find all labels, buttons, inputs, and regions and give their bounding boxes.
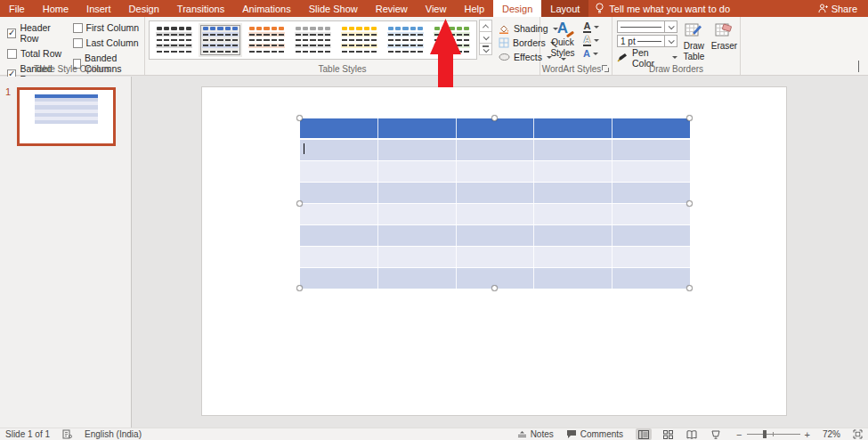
table-cell[interactable] xyxy=(457,183,535,203)
pen-style-dropdown-button[interactable] xyxy=(665,20,677,33)
table-cell[interactable] xyxy=(457,140,535,160)
checkbox-last-column[interactable]: Last Column xyxy=(73,37,144,48)
table-row[interactable] xyxy=(300,225,690,247)
table-cell[interactable] xyxy=(534,225,612,246)
zoom-out-button[interactable]: − xyxy=(736,429,742,440)
tab-animations[interactable]: Animations xyxy=(233,0,299,17)
table-cell[interactable] xyxy=(612,183,690,203)
comments-button[interactable]: Comments xyxy=(566,429,623,439)
draw-table-button[interactable]: Draw Table xyxy=(680,20,708,64)
table-cell[interactable] xyxy=(612,204,690,224)
table-resize-handle-top-right[interactable] xyxy=(686,115,693,121)
table-resize-handle-bottom-left[interactable] xyxy=(296,285,303,291)
table-cell[interactable] xyxy=(534,161,612,182)
table-cell[interactable] xyxy=(378,247,457,267)
text-effects-button[interactable]: A xyxy=(583,48,599,60)
table-cell[interactable] xyxy=(378,268,457,289)
slide-canvas[interactable] xyxy=(201,86,787,416)
table-cell[interactable] xyxy=(300,268,378,289)
zoom-in-button[interactable]: + xyxy=(805,429,810,440)
slide-sorter-view-button[interactable] xyxy=(660,428,676,440)
table-cell[interactable] xyxy=(300,161,378,182)
slide-1-thumbnail[interactable] xyxy=(17,87,116,146)
table-cell[interactable] xyxy=(300,247,378,267)
table-row[interactable] xyxy=(300,247,690,268)
zoom-slider[interactable] xyxy=(747,434,800,435)
table-row[interactable] xyxy=(300,204,690,225)
checkbox-total-row[interactable]: Total Row xyxy=(7,48,68,59)
table-cell[interactable] xyxy=(378,183,457,203)
table-cell[interactable] xyxy=(378,225,457,246)
table-cell[interactable] xyxy=(612,247,690,267)
gallery-scroll-down-button[interactable] xyxy=(479,31,492,44)
table-cell[interactable] xyxy=(378,118,457,138)
tab-table-tools-design[interactable]: Design xyxy=(493,0,541,17)
table-style-option[interactable] xyxy=(155,26,193,54)
table-cell[interactable] xyxy=(534,247,612,267)
language-indicator[interactable]: English (India) xyxy=(85,429,142,439)
table-header-row[interactable] xyxy=(300,118,690,140)
table-style-option-selected[interactable] xyxy=(201,26,239,54)
pen-weight-dropdown-button[interactable] xyxy=(665,35,677,47)
tab-slide-show[interactable]: Slide Show xyxy=(300,0,367,17)
tab-help[interactable]: Help xyxy=(455,0,493,17)
gallery-scroll-up-button[interactable] xyxy=(479,20,492,32)
tab-review[interactable]: Review xyxy=(367,0,417,17)
slide-table[interactable] xyxy=(300,118,690,289)
table-cell[interactable] xyxy=(378,161,457,182)
table-cell[interactable] xyxy=(612,140,690,160)
wordart-dialog-launcher-icon[interactable] xyxy=(602,65,610,73)
gallery-more-button[interactable] xyxy=(479,43,492,55)
table-cell[interactable] xyxy=(612,225,690,246)
table-cell[interactable] xyxy=(457,247,535,267)
table-resize-handle-bottom-middle[interactable] xyxy=(491,285,498,291)
tell-me-box[interactable]: Tell me what you want to do xyxy=(588,0,737,17)
accessibility-checker-icon[interactable] xyxy=(62,429,72,439)
tab-home[interactable]: Home xyxy=(34,0,77,17)
eraser-button[interactable]: Eraser xyxy=(710,20,738,64)
table-cell[interactable] xyxy=(612,268,690,289)
tab-insert[interactable]: Insert xyxy=(77,0,120,17)
table-row[interactable] xyxy=(300,183,690,204)
table-cell[interactable] xyxy=(378,140,457,160)
table-style-option[interactable] xyxy=(294,26,332,54)
table-cell[interactable] xyxy=(300,118,378,138)
table-cell[interactable] xyxy=(534,268,612,289)
table-cell[interactable] xyxy=(457,225,535,246)
table-style-option[interactable] xyxy=(386,26,425,54)
checkbox-header-row[interactable]: Header Row xyxy=(7,22,68,44)
table-resize-handle-top-left[interactable] xyxy=(296,115,303,121)
table-cell[interactable] xyxy=(457,161,535,182)
share-button[interactable]: Share xyxy=(807,0,868,17)
pen-weight-combo[interactable]: 1 pt xyxy=(617,35,677,47)
text-outline-button[interactable]: A xyxy=(583,35,599,46)
table-cell[interactable] xyxy=(534,140,612,160)
tab-view[interactable]: View xyxy=(417,0,456,17)
fit-slide-to-window-button[interactable] xyxy=(853,429,863,439)
table-cell[interactable] xyxy=(378,204,457,224)
tab-table-tools-layout[interactable]: Layout xyxy=(541,0,588,17)
table-cell[interactable] xyxy=(534,118,612,138)
table-resize-handle-middle-right[interactable] xyxy=(686,200,693,207)
quick-styles-button[interactable]: A Quick Styles xyxy=(546,20,580,61)
zoom-slider-thumb[interactable] xyxy=(763,430,767,438)
table-resize-handle-bottom-right[interactable] xyxy=(686,285,693,291)
table-style-option[interactable] xyxy=(247,26,286,54)
table-cell[interactable] xyxy=(300,204,378,224)
table-cell[interactable] xyxy=(457,118,535,138)
table-style-option[interactable] xyxy=(433,26,471,54)
table-cell[interactable] xyxy=(612,118,690,138)
normal-view-button[interactable] xyxy=(636,428,652,440)
table-cell[interactable] xyxy=(300,225,378,246)
reading-view-button[interactable] xyxy=(684,428,700,440)
pen-style-combo[interactable] xyxy=(617,20,677,33)
tab-file[interactable]: File xyxy=(0,0,34,17)
checkbox-first-column[interactable]: First Column xyxy=(73,22,144,33)
zoom-level[interactable]: 72% xyxy=(823,429,840,439)
tab-design[interactable]: Design xyxy=(120,0,168,17)
table-cell[interactable] xyxy=(300,183,378,203)
table-resize-handle-middle-left[interactable] xyxy=(296,200,303,207)
notes-button[interactable]: Notes xyxy=(517,429,554,439)
table-style-option[interactable] xyxy=(340,26,378,54)
table-row[interactable] xyxy=(300,140,690,161)
